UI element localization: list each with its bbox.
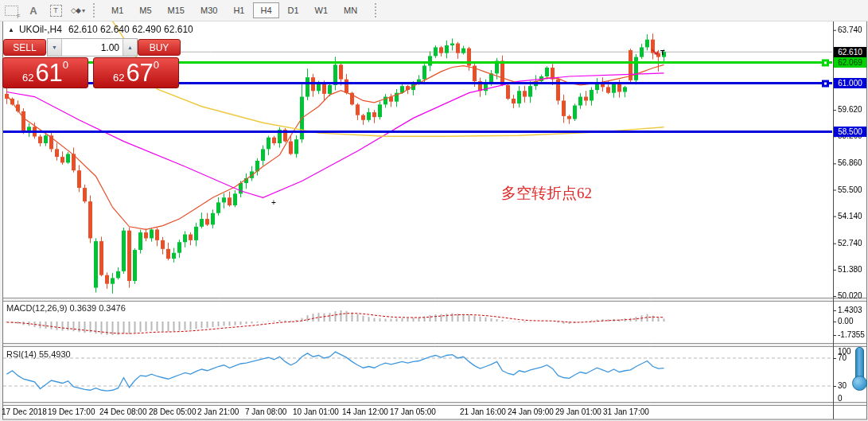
price-tick-label: 63.740 [838,25,862,34]
price-tick-label: 54.140 [838,212,862,220]
price-tick-label: 50.020 [838,291,862,300]
application-window: F A T ◇◆ ▾ M1M5M15M30H1H4D1W1MN ▲ UKOil-… [0,0,868,421]
time-axis-label: 24 Dec 08:00 [99,407,147,416]
rsi-label: RSI(14) 55.4930 [6,349,71,359]
timeframe-button-m15[interactable]: M15 [161,2,192,18]
sell-price-button[interactable]: 62 61 0 [2,57,88,88]
toolbar-grip [93,3,99,18]
shapes-icon: ◇◆ [71,6,80,14]
timeframe-button-m5[interactable]: M5 [132,2,158,18]
current-price-tag: 62.610 [834,47,866,57]
volume-stepper: ▼ 1.00 ▲ [47,38,138,57]
sell-price-big: 61 [35,61,62,85]
macd-axis-label: -1.7355 [838,330,865,339]
level-price-tag: 61.000 [834,78,866,88]
volume-decrease-button[interactable]: ▼ [48,39,62,56]
level-price-tag: 58.500 [834,127,866,137]
rsi-axis-label: 70 [838,353,847,362]
collapse-panel-icon[interactable]: ▲ [8,26,14,33]
price-tick-label: 55.500 [838,185,862,194]
rsi-axis-label: 30 [838,381,847,390]
scroll-indicator-knob [852,376,867,391]
symbol-period-label: UKOil-,H4 [19,24,62,35]
plus-marker: + [271,198,276,207]
shapes-tool-button[interactable]: ◇◆ ▾ [68,2,88,19]
buy-price-small: 62 [113,71,124,85]
time-axis-label: 17 Jan 05:00 [390,407,436,416]
volume-increase-button[interactable]: ▲ [123,39,137,56]
text-tool-icon: T [50,5,62,17]
chart-annotation-text: 多空转折点62 [501,183,592,204]
time-axis-label: 17 Dec 2018 [2,407,47,416]
time-axis-label: 28 Dec 05:00 [149,407,197,416]
sell-price-sup: 0 [63,60,68,70]
buy-price-button[interactable]: 62 67 0 [93,57,179,88]
cursor-grid-tool-button[interactable]: F [2,2,21,19]
macd-axis-label: 0.00 [838,317,853,325]
sell-price-small: 62 [22,71,33,85]
timeframe-button-mn[interactable]: MN [337,2,364,18]
macd-axis-label: 1.4303 [838,306,862,314]
label-tool-button[interactable]: A [24,2,43,19]
chart-title: ▲ UKOil-,H4 62.610 62.640 62.490 62.610 [8,24,193,35]
one-click-trading-panel: SELL ▼ 1.00 ▲ BUY 62 61 0 62 67 0 [2,37,180,89]
buy-price-sup: 0 [154,60,159,70]
time-axis-label: 21 Jan 16:00 [460,407,506,416]
toolbar-grip [375,3,381,18]
trade-marker-label: T [660,49,665,57]
cursor-grid-icon: F [5,6,18,16]
time-axis-label: 29 Jan 01:00 [555,407,601,416]
rsi-axis-label: 0 [838,394,843,403]
timeframe-button-h1[interactable]: H1 [226,2,251,18]
level-price-tag: 62.069 [834,57,866,68]
ohlc-values: 62.610 62.640 62.490 62.610 [68,24,193,35]
time-axis-label: 31 Jan 17:00 [603,407,649,416]
volume-input[interactable]: 1.00 [62,39,123,56]
price-tick-label: 52.740 [838,239,862,248]
timeframe-button-m1[interactable]: M1 [104,2,130,18]
toolbar: F A T ◇◆ ▾ M1M5M15M30H1H4D1W1MN [0,0,868,21]
timeframe-group: M1M5M15M30H1H4D1W1MN [103,2,365,18]
time-axis-label: 7 Jan 08:00 [245,407,286,416]
macd-label: MACD(12,26,9) 0.3639 0.3476 [6,303,126,313]
time-axis-label: 24 Jan 09:00 [508,407,554,416]
timeframe-button-d1[interactable]: D1 [281,2,306,18]
chevron-down-icon: ▾ [82,7,85,14]
time-axis-label: 19 Dec 17:00 [48,407,95,416]
price-tick-label: 51.380 [838,265,862,274]
text-tool-button[interactable]: T [46,2,65,19]
scroll-indicator[interactable] [851,347,867,396]
time-axis-label: 2 Jan 21:00 [197,407,239,416]
timeframe-button-h4[interactable]: H4 [253,2,278,18]
sell-button[interactable]: SELL [3,39,46,56]
time-axis-label: 14 Jan 12:00 [342,407,388,416]
price-tick-label: 56.860 [838,158,862,167]
time-axis-label: 10 Jan 01:00 [293,407,339,416]
buy-price-big: 67 [126,61,153,85]
price-tick-label: 59.620 [838,105,862,114]
timeframe-button-w1[interactable]: W1 [308,2,336,18]
buy-button[interactable]: BUY [138,39,181,56]
timeframe-button-m30[interactable]: M30 [193,2,224,18]
